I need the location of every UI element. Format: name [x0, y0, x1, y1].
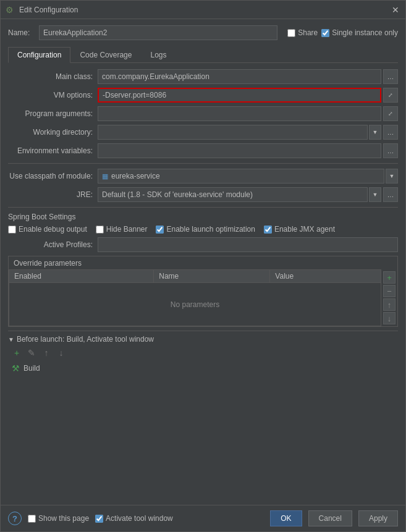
hide-banner-text: Hide Banner — [106, 225, 148, 234]
before-launch-label: Before launch: Build, Activate tool wind… — [17, 335, 154, 344]
bottom-bar: ? Show this page Activate tool window OK… — [1, 505, 405, 531]
program-arguments-expand-button[interactable]: ⤢ — [383, 106, 398, 121]
module-icon: ▦ — [102, 172, 108, 180]
jre-browse-button[interactable]: … — [383, 187, 398, 202]
jre-wrap: Default (1.8 - SDK of 'eureka-service' m… — [98, 187, 398, 202]
before-launch-item-build[interactable]: ⚒ Build — [8, 362, 398, 374]
override-table-wrap: Enabled Name Value No parameters + — [9, 269, 397, 326]
working-directory-wrap: ▼ … — [98, 125, 398, 140]
name-options: Share Single instance only — [287, 28, 398, 37]
program-arguments-row: Program arguments: ⤢ — [8, 106, 398, 121]
single-instance-checkbox[interactable] — [321, 29, 329, 37]
tabs: Configuration Code Coverage Logs — [8, 46, 398, 63]
environment-variables-label: Environment variables: — [8, 146, 98, 155]
single-instance-label: Single instance only — [332, 28, 398, 37]
edit-configuration-window: ⚙ Edit Configuration ✕ Name: Share Singl… — [0, 0, 406, 532]
vm-options-wrap: ⤢ — [98, 88, 398, 103]
single-instance-checkbox-label: Single instance only — [321, 28, 398, 37]
bottom-left: ? Show this page Activate tool window — [8, 512, 264, 525]
override-table: Enabled Name Value No parameters — [9, 269, 381, 326]
jre-label: JRE: — [8, 190, 98, 199]
expand-triangle-icon[interactable]: ▼ — [8, 336, 14, 343]
main-class-row: Main class: … — [8, 69, 398, 84]
activate-tool-label: Activate tool window — [106, 514, 173, 523]
environment-variables-browse-button[interactable]: … — [383, 143, 398, 158]
override-buttons: + − ↑ ↓ — [381, 269, 397, 326]
tab-logs[interactable]: Logs — [141, 47, 176, 63]
main-content: Name: Share Single instance only Configu… — [1, 19, 405, 505]
spring-boot-section-title: Spring Boot Settings — [8, 213, 398, 221]
override-remove-button[interactable]: − — [383, 285, 395, 297]
enable-jmx-text: Enable JMX agent — [274, 225, 335, 234]
jre-dropdown-btn[interactable]: ▼ — [369, 187, 381, 202]
environment-variables-wrap: … — [98, 143, 398, 158]
main-class-input[interactable] — [98, 69, 381, 84]
override-up-button[interactable]: ↑ — [383, 298, 395, 311]
active-profiles-row: Active Profiles: — [8, 237, 398, 252]
working-directory-row: Working directory: ▼ … — [8, 125, 398, 140]
program-arguments-wrap: ⤢ — [98, 106, 398, 121]
enable-jmx-label: Enable JMX agent — [264, 225, 335, 234]
working-directory-select-wrap: ▼ — [98, 125, 381, 140]
jre-value: Default (1.8 - SDK of 'eureka-service' m… — [102, 190, 253, 199]
cancel-button[interactable]: Cancel — [308, 510, 352, 526]
tab-configuration[interactable]: Configuration — [8, 47, 70, 63]
enable-launch-label: Enable launch optimization — [156, 225, 255, 234]
override-parameters-title: Override parameters — [9, 256, 397, 269]
jre-select-wrap: Default (1.8 - SDK of 'eureka-service' m… — [98, 187, 381, 202]
col-value: Value — [270, 270, 381, 283]
program-arguments-label: Program arguments: — [8, 109, 98, 118]
help-button[interactable]: ? — [8, 512, 22, 525]
hide-banner-checkbox[interactable] — [96, 226, 104, 234]
hide-banner-label: Hide Banner — [96, 225, 148, 234]
working-directory-browse-button[interactable]: … — [383, 125, 398, 140]
tab-code-coverage[interactable]: Code Coverage — [70, 47, 141, 63]
window-title: Edit Configuration — [19, 6, 391, 14]
before-launch-down-button[interactable]: ↓ — [55, 347, 67, 359]
enable-debug-label: Enable debug output — [8, 225, 87, 234]
show-page-checkbox[interactable] — [28, 515, 36, 523]
override-parameters-section: Override parameters Enabled Name Value — [8, 256, 398, 327]
activate-tool-checkbox-label: Activate tool window — [95, 514, 173, 523]
ok-button[interactable]: OK — [270, 510, 302, 526]
table-row-empty: No parameters — [9, 283, 381, 326]
main-class-label: Main class: — [8, 72, 98, 81]
vm-options-input[interactable] — [98, 88, 381, 103]
col-name: Name — [154, 270, 270, 283]
enable-debug-checkbox[interactable] — [8, 226, 16, 234]
before-launch-edit-button[interactable]: ✎ — [25, 347, 38, 359]
apply-button[interactable]: Apply — [358, 510, 398, 526]
show-page-label: Show this page — [38, 514, 89, 523]
form-section: Main class: … VM options: ⤢ Program argu… — [8, 69, 398, 499]
enable-launch-checkbox[interactable] — [156, 226, 164, 234]
working-directory-label: Working directory: — [8, 128, 98, 137]
no-parameters-text: No parameters — [9, 283, 381, 326]
before-launch-add-button[interactable]: + — [11, 347, 23, 359]
enable-launch-text: Enable launch optimization — [166, 225, 255, 234]
before-launch-toolbar: + ✎ ↑ ↓ — [8, 347, 398, 359]
environment-variables-row: Environment variables: … — [8, 143, 398, 158]
program-arguments-input[interactable] — [98, 106, 381, 121]
working-directory-input[interactable] — [98, 125, 368, 140]
classpath-module-value: eureka-service — [111, 172, 160, 180]
name-input[interactable] — [39, 25, 277, 40]
before-launch-up-button[interactable]: ↑ — [40, 347, 53, 359]
close-button[interactable]: ✕ — [391, 5, 400, 15]
spring-boot-checkboxes-row: Enable debug output Hide Banner Enable l… — [8, 225, 398, 234]
override-down-button[interactable]: ↓ — [383, 312, 395, 324]
main-class-browse-button[interactable]: … — [383, 69, 398, 84]
activate-tool-checkbox[interactable] — [95, 515, 103, 523]
vm-options-label: VM options: — [8, 91, 98, 99]
vm-options-expand-button[interactable]: ⤢ — [383, 88, 398, 103]
config-icon: ⚙ — [6, 5, 15, 15]
classpath-module-dropdown-btn[interactable]: ▼ — [386, 169, 398, 184]
share-checkbox[interactable] — [287, 29, 295, 37]
environment-variables-input[interactable] — [98, 143, 381, 158]
enable-jmx-checkbox[interactable] — [264, 226, 272, 234]
working-directory-dropdown-btn[interactable]: ▼ — [369, 125, 381, 140]
classpath-module-select-wrap: ▦ eureka-service ▼ — [98, 169, 398, 184]
active-profiles-input[interactable] — [98, 237, 398, 252]
classpath-module-row: Use classpath of module: ▦ eureka-servic… — [8, 169, 398, 184]
col-enabled: Enabled — [9, 270, 154, 283]
override-add-button[interactable]: + — [383, 271, 395, 284]
